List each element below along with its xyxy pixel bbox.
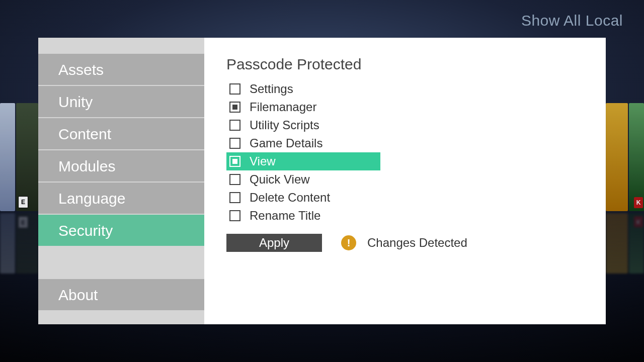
settings-dialog: AssetsUnityContentModulesLanguageSecurit…	[38, 38, 606, 324]
checkbox-icon	[229, 210, 240, 221]
sidebar-item-language[interactable]: Language	[38, 183, 204, 215]
option-label: Delete Content	[250, 191, 330, 205]
sidebar-item-modules[interactable]: Modules	[38, 150, 204, 183]
checkbox-icon	[229, 192, 240, 203]
sidebar-item-assets[interactable]: Assets	[38, 54, 204, 86]
option-label: Filemanager	[250, 100, 316, 114]
option-filemanager[interactable]: Filemanager	[226, 98, 380, 116]
option-label: View	[250, 154, 276, 168]
option-rename-title[interactable]: Rename Title	[226, 207, 380, 225]
sidebar-item-unity[interactable]: Unity	[38, 86, 204, 118]
option-label: Settings	[250, 82, 293, 96]
option-label: Rename Title	[250, 209, 320, 223]
option-quick-view[interactable]: Quick View	[226, 170, 380, 189]
option-label: Utility Scripts	[250, 118, 319, 132]
option-label: Quick View	[250, 172, 310, 187]
option-delete-content[interactable]: Delete Content	[226, 189, 380, 207]
option-label: Game Details	[250, 136, 323, 150]
content-panel: Passcode Protected SettingsFilemanagerUt…	[204, 38, 606, 324]
sidebar-item-security[interactable]: Security	[38, 215, 204, 247]
sidebar-item-content[interactable]: Content	[38, 118, 204, 150]
checkbox-icon	[229, 120, 240, 131]
status-text: Changes Detected	[367, 236, 467, 250]
warning-icon: !	[341, 235, 356, 250]
checkbox-icon	[229, 102, 240, 113]
checkbox-icon	[229, 138, 240, 149]
sidebar: AssetsUnityContentModulesLanguageSecurit…	[38, 38, 204, 324]
show-all-local-link[interactable]: Show All Local	[521, 12, 623, 29]
sidebar-gap	[38, 247, 204, 279]
option-game-details[interactable]: Game Details	[226, 134, 380, 152]
checkbox-icon	[229, 83, 240, 95]
sidebar-gap-top	[38, 38, 204, 54]
apply-button[interactable]: Apply	[226, 234, 322, 252]
checkbox-icon	[229, 174, 240, 185]
sidebar-spacer	[38, 311, 204, 324]
option-settings[interactable]: Settings	[226, 80, 380, 98]
sidebar-item-about[interactable]: About	[38, 279, 204, 311]
section-title: Passcode Protected	[226, 56, 584, 73]
option-view[interactable]: View	[226, 152, 380, 170]
option-utility-scripts[interactable]: Utility Scripts	[226, 116, 380, 134]
checkbox-icon	[229, 156, 240, 167]
